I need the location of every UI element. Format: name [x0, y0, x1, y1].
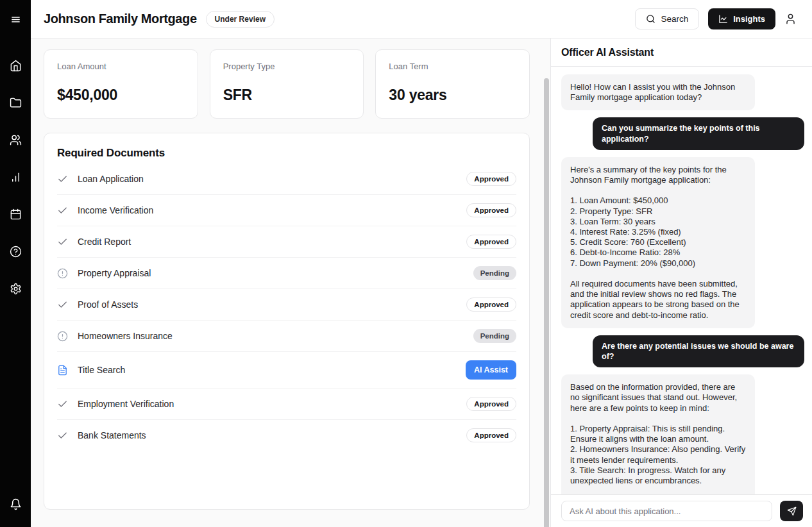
- paper-plane-icon: [787, 506, 797, 516]
- user-profile-button[interactable]: [784, 13, 797, 25]
- sidebar-item-calendar[interactable]: [0, 203, 31, 226]
- calendar-icon: [10, 208, 22, 221]
- sidebar-item-bar-chart[interactable]: [0, 165, 31, 188]
- bell-icon: [10, 498, 22, 510]
- user-message: Can you summarize the key points of this…: [551, 117, 812, 149]
- document-name: Property Appraisal: [78, 268, 151, 278]
- card-label: Property Type: [223, 62, 351, 71]
- user-message: Are there any potential issues we should…: [551, 335, 812, 367]
- settings-icon: [10, 283, 22, 295]
- message-text: Hello! How can I assist you with the Joh…: [561, 74, 755, 110]
- insights-button[interactable]: Insights: [708, 8, 775, 29]
- ai-message: Here's a summary of the key points for t…: [551, 157, 812, 328]
- status-pill: Approved: [466, 203, 516, 217]
- document-name: Employment Verification: [78, 399, 174, 409]
- document-row: Property Appraisal Pending: [57, 258, 516, 289]
- summary-card: Loan Term 30 years: [375, 49, 530, 119]
- help-icon: [10, 246, 22, 258]
- check-icon: [57, 399, 68, 410]
- status-pill: Approved: [466, 428, 516, 442]
- sidebar-nav: [0, 54, 31, 300]
- ai-assist-button[interactable]: AI Assist: [466, 360, 516, 380]
- file-icon: [57, 365, 68, 376]
- document-row: Bank Statements Approved: [57, 420, 516, 451]
- chat-messages: Hello! How can I assist you with the Joh…: [551, 67, 812, 494]
- document-row: Employment Verification Approved: [57, 389, 516, 420]
- notifications-button[interactable]: [0, 492, 31, 515]
- chat-input-bar: [551, 494, 812, 527]
- ai-panel-title: Officer AI Assistant: [561, 47, 654, 58]
- ai-panel-header: Officer AI Assistant: [551, 38, 812, 67]
- document-name: Homeowners Insurance: [78, 331, 173, 341]
- document-name: Bank Statements: [78, 430, 146, 440]
- search-button-label: Search: [661, 14, 688, 24]
- status-badge: Under Review: [206, 11, 275, 28]
- status-pill: Approved: [466, 297, 516, 312]
- search-icon: [646, 14, 656, 24]
- message-text: Based on the information provided, there…: [561, 374, 755, 494]
- card-value: 30 years: [389, 87, 516, 104]
- summary-card: Loan Amount $450,000: [44, 49, 198, 119]
- status-pill: Pending: [473, 329, 516, 343]
- card-value: SFR: [223, 87, 351, 104]
- status-pill: Pending: [473, 266, 516, 280]
- vertical-scrollbar-thumb[interactable]: [544, 78, 549, 527]
- sidebar-item-help[interactable]: [0, 240, 31, 263]
- folder-icon: [10, 97, 22, 109]
- document-name: Loan Application: [78, 174, 144, 184]
- users-icon: [10, 134, 22, 146]
- message-text: Can you summarize the key points of this…: [593, 117, 804, 149]
- status-pill: Approved: [466, 235, 516, 249]
- menu-button[interactable]: [0, 8, 31, 31]
- chat-input[interactable]: [561, 501, 772, 521]
- summary-cards: Loan Amount $450,000 Property Type SFR L…: [44, 49, 530, 119]
- check-icon: [57, 299, 68, 310]
- card-label: Loan Amount: [57, 62, 185, 71]
- user-icon: [784, 13, 797, 25]
- sidebar-item-folder[interactable]: [0, 91, 31, 114]
- alert-icon: [57, 268, 68, 279]
- message-text: Are there any potential issues we should…: [593, 335, 804, 367]
- top-header: Johnson Family Mortgage Under Review Sea…: [31, 0, 812, 38]
- sidebar-item-users[interactable]: [0, 128, 31, 151]
- chart-line-icon: [718, 14, 728, 24]
- card-value: $450,000: [57, 87, 185, 104]
- document-row: Homeowners Insurance Pending: [57, 321, 516, 352]
- app-sidebar: [0, 0, 31, 527]
- bar-chart-icon: [10, 171, 22, 183]
- menu-icon: [10, 14, 21, 25]
- document-row: Title Search AI Assist: [57, 352, 516, 389]
- ai-assistant-panel: Officer AI Assistant Hello! How can I as…: [550, 38, 812, 527]
- ai-message: Hello! How can I assist you with the Joh…: [551, 74, 812, 110]
- document-name: Title Search: [78, 365, 125, 375]
- sidebar-item-home[interactable]: [0, 54, 31, 77]
- check-icon: [57, 237, 68, 247]
- home-icon: [10, 60, 22, 72]
- page-title: Johnson Family Mortgage: [44, 12, 197, 26]
- message-text: Here's a summary of the key points for t…: [561, 157, 755, 328]
- send-button[interactable]: [780, 501, 803, 521]
- document-name: Proof of Assets: [78, 299, 138, 310]
- status-pill: Approved: [466, 397, 516, 411]
- sidebar-item-settings[interactable]: [0, 277, 31, 300]
- document-name: Income Verification: [78, 205, 153, 215]
- main-content: Loan Amount $450,000 Property Type SFR L…: [31, 38, 550, 527]
- ai-message: Based on the information provided, there…: [551, 374, 812, 494]
- search-button[interactable]: Search: [635, 8, 699, 29]
- document-row: Proof of Assets Approved: [57, 289, 516, 321]
- insights-button-label: Insights: [733, 14, 765, 24]
- document-list: Loan Application Approved Income Verific…: [57, 163, 516, 451]
- document-row: Loan Application Approved: [57, 163, 516, 195]
- check-icon: [57, 205, 68, 216]
- document-row: Income Verification Approved: [57, 195, 516, 226]
- summary-card: Property Type SFR: [210, 49, 364, 119]
- check-icon: [57, 430, 68, 441]
- card-label: Loan Term: [389, 62, 516, 71]
- document-name: Credit Report: [78, 237, 131, 247]
- document-row: Credit Report Approved: [57, 226, 516, 258]
- check-icon: [57, 174, 68, 185]
- documents-title: Required Documents: [57, 147, 516, 160]
- alert-icon: [57, 331, 68, 342]
- status-pill: Approved: [466, 172, 516, 186]
- required-documents-card: Required Documents Loan Application Appr…: [44, 133, 530, 510]
